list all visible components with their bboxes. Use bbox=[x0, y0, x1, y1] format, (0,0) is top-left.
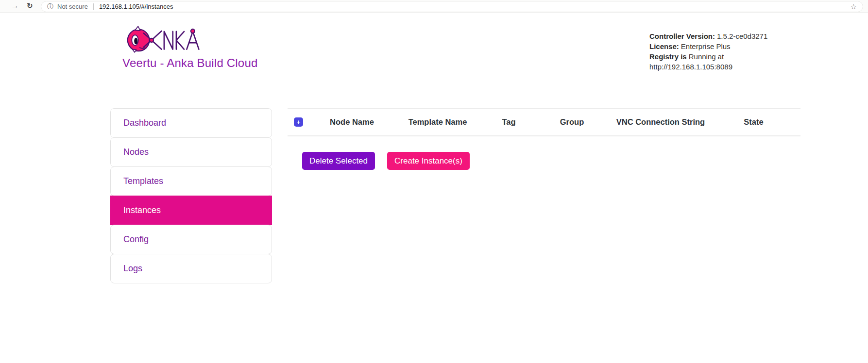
forward-icon[interactable]: → bbox=[11, 1, 19, 11]
sidebar-item-logs[interactable]: Logs bbox=[110, 254, 272, 283]
registry-status: Running bbox=[689, 52, 716, 61]
license-value: Enterprise Plus bbox=[681, 42, 731, 50]
bookmark-star-icon[interactable]: ☆ bbox=[851, 3, 857, 10]
controller-version-label: Controller Version: bbox=[649, 32, 715, 40]
sidebar-item-label: Instances bbox=[123, 205, 161, 215]
page-title: Veertu - Anka Build Cloud bbox=[122, 56, 258, 70]
column-header-node-name: Node Name bbox=[317, 117, 387, 127]
sidebar-item-label: Templates bbox=[123, 176, 163, 186]
instances-table: + Node Name Template Name Tag Group VNC … bbox=[288, 108, 800, 136]
sidebar-item-nodes[interactable]: Nodes bbox=[110, 137, 272, 167]
instance-actions: Delete Selected Create Instance(s) bbox=[302, 152, 470, 170]
license-label: License: bbox=[649, 42, 679, 50]
url-text[interactable]: 192.168.1.105/#/instances bbox=[99, 3, 173, 10]
create-instances-button[interactable]: Create Instance(s) bbox=[387, 152, 470, 170]
registry-line: Registry isRunningat bbox=[649, 51, 776, 62]
sidebar-item-instances[interactable]: Instances bbox=[110, 196, 272, 225]
app-window: ← → ↻ ⓘ Not secure 192.168.1.105/#/insta… bbox=[0, 0, 868, 363]
license-line: License:Enterprise Plus bbox=[649, 41, 776, 51]
back-icon[interactable]: ← bbox=[0, 1, 2, 11]
column-header-vnc: VNC Connection String bbox=[614, 117, 707, 127]
reload-icon[interactable]: ↻ bbox=[27, 1, 33, 10]
instances-table-header: + Node Name Template Name Tag Group VNC … bbox=[288, 108, 800, 136]
sidebar-item-label: Dashboard bbox=[123, 118, 166, 128]
column-header-state: State bbox=[707, 117, 800, 127]
registry-at-label: at bbox=[718, 52, 724, 61]
sidebar-item-label: Nodes bbox=[123, 147, 149, 157]
column-header-group: Group bbox=[529, 117, 614, 127]
select-all-cell: + bbox=[288, 117, 317, 127]
select-all-plus-button[interactable]: + bbox=[294, 117, 303, 127]
anka-pig-logo bbox=[127, 25, 201, 54]
address-bar[interactable]: ⓘ Not secure 192.168.1.105/#/instances ☆ bbox=[41, 1, 863, 12]
delete-selected-button[interactable]: Delete Selected bbox=[302, 152, 375, 170]
browser-toolbar: ← → ↻ ⓘ Not secure 192.168.1.105/#/insta… bbox=[0, 0, 868, 13]
sidebar-item-dashboard[interactable]: Dashboard bbox=[110, 108, 272, 138]
controller-version-line: Controller Version:1.5.2-ce0d3271 bbox=[649, 31, 776, 41]
registry-url-line: http://192.168.1.105:8089 bbox=[649, 62, 776, 72]
sidebar-item-label: Logs bbox=[123, 264, 142, 274]
sidebar-item-config[interactable]: Config bbox=[110, 225, 272, 254]
column-header-template-name: Template Name bbox=[387, 117, 488, 127]
address-bar-divider bbox=[93, 3, 94, 10]
system-info: Controller Version:1.5.2-ce0d3271 Licens… bbox=[649, 31, 776, 72]
registry-url: http://192.168.1.105:8089 bbox=[649, 63, 732, 71]
controller-version-value: 1.5.2-ce0d3271 bbox=[717, 32, 767, 40]
security-label: Not secure bbox=[57, 3, 88, 10]
column-header-tag: Tag bbox=[488, 117, 529, 127]
page-info-icon[interactable]: ⓘ bbox=[47, 3, 53, 10]
registry-label: Registry is bbox=[649, 52, 687, 61]
sidebar-item-templates[interactable]: Templates bbox=[110, 166, 272, 196]
sidebar-item-label: Config bbox=[123, 234, 149, 245]
sidebar-nav: Dashboard Nodes Templates Instances Conf… bbox=[110, 108, 272, 283]
